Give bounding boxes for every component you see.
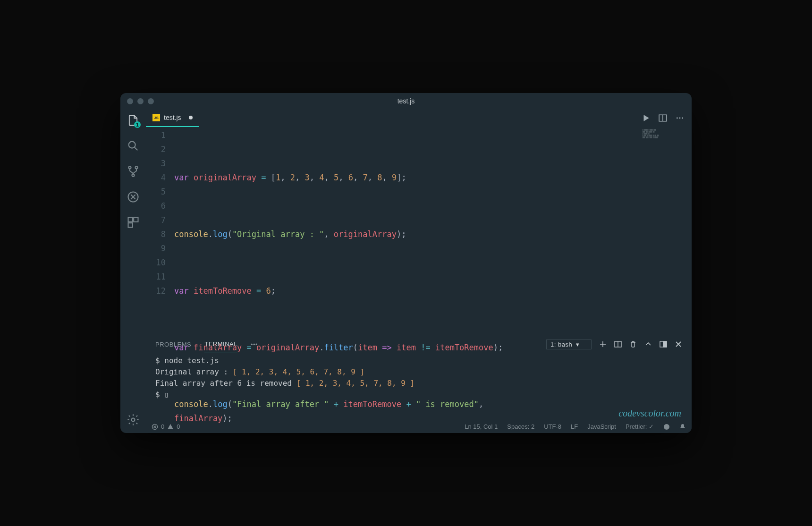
- svg-rect-7: [134, 218, 138, 222]
- source-control-icon[interactable]: [127, 165, 140, 178]
- debug-icon[interactable]: [127, 190, 140, 204]
- search-icon[interactable]: [127, 139, 140, 153]
- warning-icon[interactable]: [167, 424, 174, 430]
- feedback-smiley-icon[interactable]: [663, 424, 670, 430]
- minimap[interactable]: █ ████ █ ███ ██████ ██ ████ ███ ███ ███ …: [643, 129, 690, 157]
- chevron-up-icon[interactable]: [644, 340, 652, 348]
- code-content[interactable]: var originalArray = [1, 2, 3, 4, 5, 6, 7…: [174, 127, 692, 335]
- watermark: codevscolor.com: [618, 407, 681, 419]
- activity-bar: 1: [120, 109, 146, 433]
- workbench: 1 JS test.js: [120, 109, 692, 433]
- tab-filename: test.js: [164, 114, 181, 121]
- svg-point-3: [135, 166, 137, 169]
- svg-point-2: [128, 166, 131, 169]
- error-icon[interactable]: [152, 424, 158, 430]
- window-title: test.js: [120, 97, 692, 105]
- explorer-icon[interactable]: 1: [127, 114, 140, 127]
- more-actions-icon[interactable]: [676, 114, 684, 122]
- svg-point-14: [682, 118, 683, 119]
- titlebar: test.js: [120, 93, 692, 109]
- maximize-panel-icon[interactable]: [660, 340, 667, 348]
- close-panel-icon[interactable]: [675, 340, 682, 348]
- tab-bar: JS test.js: [146, 109, 692, 127]
- svg-point-0: [129, 142, 135, 148]
- editor[interactable]: 123456789101112 var originalArray = [1, …: [146, 127, 692, 335]
- bell-icon[interactable]: [679, 424, 686, 430]
- extensions-icon[interactable]: [127, 216, 140, 229]
- settings-gear-icon[interactable]: [127, 413, 140, 426]
- editor-actions: [642, 114, 692, 122]
- dirty-indicator-icon: [189, 116, 193, 119]
- js-file-icon: JS: [152, 114, 160, 121]
- run-icon[interactable]: [642, 114, 650, 122]
- svg-point-13: [679, 118, 681, 119]
- svg-rect-20: [663, 341, 667, 347]
- editor-group: JS test.js 123456789101112 var originalA…: [146, 109, 692, 433]
- terminal-output[interactable]: $ node test.js Original array : [ 1, 2, …: [146, 353, 692, 420]
- vscode-window: test.js 1: [120, 93, 692, 433]
- svg-rect-8: [128, 223, 133, 227]
- split-editor-icon[interactable]: [659, 114, 667, 122]
- svg-point-12: [677, 118, 678, 119]
- tab-test-js[interactable]: JS test.js: [146, 109, 199, 127]
- explorer-badge: 1: [134, 121, 141, 128]
- svg-point-4: [132, 174, 134, 177]
- svg-rect-6: [128, 218, 133, 222]
- svg-point-26: [664, 424, 669, 430]
- line-numbers: 123456789101112: [146, 127, 174, 335]
- svg-point-9: [132, 418, 135, 422]
- error-count[interactable]: 0: [161, 423, 164, 430]
- svg-line-1: [135, 147, 137, 150]
